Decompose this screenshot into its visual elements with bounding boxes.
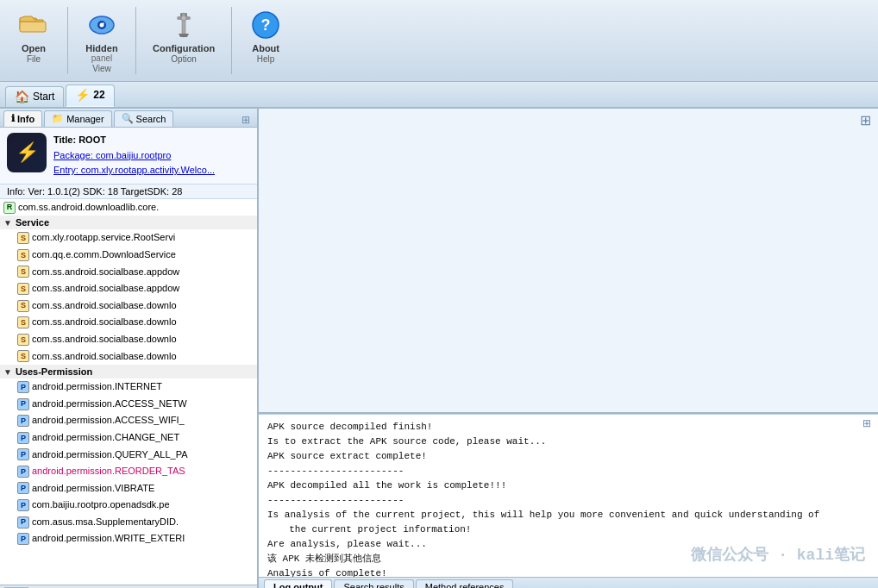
tree-item[interactable]: Scom.ss.android.socialbase.downlo [0,348,257,366]
tree-item[interactable]: Pandroid.permission.VIBRATE [0,480,257,497]
tree-item[interactable]: Scom.qq.e.comm.DownloadService [0,247,257,264]
tree-item[interactable]: Pandroid.permission.QUERY_ALL_PA [0,447,257,464]
app-icon: ⚡ [7,133,47,172]
tree-item-text: com.ss.android.socialbase.downlo [32,298,177,314]
node-type-icon: P [17,381,29,393]
tab-22[interactable]: ⚡ 22 [66,84,114,107]
app-version: Info: Ver: 1.0.1(2) SDK: 18 TargetSDK: 2… [0,185,257,199]
panel-tabs: ℹ Info 📁 Manager 🔍 Search ⊞ [0,109,257,128]
tree-item[interactable]: Scom.ss.android.socialbase.downlo [0,314,257,331]
open-icon [16,8,51,42]
svg-point-5 [103,22,104,24]
log-line: the current project information! [267,522,869,537]
open-label: Open [22,43,46,53]
tree-item[interactable]: Pandroid.permission.WRITE_EXTERI [0,530,257,547]
node-type-icon: R [3,202,16,214]
node-type-icon: S [17,266,29,278]
tree-item-text: android.permission.VIBRATE [32,481,154,497]
app-package[interactable]: Package: com.baijiu.rootpro [53,148,250,164]
tree-section[interactable]: ▼Service [0,216,257,229]
divider-3 [231,7,232,74]
tab-start[interactable]: 🏠 Start [5,86,64,107]
home-icon: 🏠 [15,90,29,103]
tree-item-text: com.ss.android.downloadlib.core. [18,200,159,216]
app-title: Title: ROOT [53,133,250,148]
node-type-icon: S [17,283,29,295]
log-line: Analysis of complete! [267,566,869,577]
configuration-button[interactable]: Configuration Option [143,3,224,78]
hidden-panel-section: View [92,64,111,73]
tree-item[interactable]: Pcom.baijiu.rootpro.openadsdk.pe [0,497,257,514]
tree-item[interactable]: Scom.xly.rootapp.service.RootServi [0,229,257,247]
tree-section[interactable]: ▼Uses-Permission [0,365,257,378]
node-type-icon: S [17,334,29,346]
tab-22-label: 22 [93,89,104,101]
log-tab-output[interactable]: Log output [264,579,332,588]
tree-item-text: com.ss.android.socialbase.downlo [32,349,177,365]
tree-item-text: com.ss.android.socialbase.downlo [32,315,177,330]
tree-item-text: android.permission.ACCESS_WIFI_ [32,413,185,428]
tab-search[interactable]: 🔍 Search [114,110,174,127]
log-line: Is analysis of the current project, this… [267,508,869,522]
node-type-icon: S [17,316,29,328]
log-tab-method[interactable]: Method references [416,579,514,588]
about-section: Help [257,54,275,64]
about-button[interactable]: ? About Help [239,3,292,78]
svg-rect-1 [20,22,46,32]
log-tab-output-label: Log output [273,582,323,588]
log-area: ⊞ APK source decompiled finish!Is to ext… [259,414,878,588]
tree-item[interactable]: Scom.ss.android.socialbase.downlo [0,331,257,348]
wrench-icon [166,8,201,42]
tree-item[interactable]: Rcom.ss.android.downloadlib.core. [0,199,257,216]
tree-item-text: android.permission.REORDER_TAS [32,464,185,479]
divider-2 [135,7,136,74]
node-type-icon: S [17,249,29,261]
log-line: APK source decompiled finish! [267,420,869,435]
divider-1 [67,7,68,74]
tab-manager[interactable]: 📁 Manager [44,110,111,127]
node-type-icon: S [17,300,29,312]
about-label: About [252,43,279,53]
log-line: ------------------------ [267,464,869,479]
tree-item[interactable]: Pcom.asus.msa.SupplementaryDID. [0,514,257,531]
panel-expand-icon[interactable]: ⊞ [241,114,250,126]
tree-area[interactable]: Rcom.ss.android.downloadlib.core.▼Servic… [0,199,257,585]
svg-text:?: ? [261,16,271,34]
tree-item[interactable]: Pandroid.permission.ACCESS_WIFI_ [0,412,257,429]
node-type-icon: S [17,232,29,244]
svg-point-9 [181,16,186,21]
right-indicator-icon[interactable]: ⊞ [860,112,871,128]
log-content[interactable]: APK source decompiled finish!Is to extra… [259,414,878,577]
node-type-icon: P [17,516,29,529]
hidden-panel-button[interactable]: Hidden panel View [75,3,129,78]
right-top-area: ⊞ [259,109,878,414]
log-tab-method-label: Method references [425,582,505,588]
tree-item-text: android.permission.WRITE_EXTERI [32,531,185,547]
log-line: 该 APK 未检测到其他信息 [267,552,869,566]
tree-item[interactable]: Scom.ss.android.socialbase.appdow [0,264,257,281]
tree-item[interactable]: Scom.ss.android.socialbase.downlo [0,297,257,315]
log-expand-icon[interactable]: ⊞ [862,417,871,429]
tree-item[interactable]: Scom.ss.android.socialbase.appdow [0,280,257,297]
eye-icon [85,8,119,42]
tree-item[interactable]: Pandroid.permission.CHANGE_NET [0,429,257,447]
tab-info[interactable]: ℹ Info [3,110,42,127]
log-tab-search-label: Search results [343,582,404,588]
log-line: APK source extract complete! [267,449,869,464]
log-tab-search[interactable]: Search results [334,579,413,588]
configuration-section: Option [171,54,196,64]
app-entry[interactable]: Entry: com.xly.rootapp.activity.Welco... [53,163,250,178]
tree-item[interactable]: Pandroid.permission.ACCESS_NETW [0,396,257,413]
toolbar: Open File Hidden panel View Confi [0,0,878,82]
tree-item-text: android.permission.ACCESS_NETW [32,397,187,412]
tree-item-text: com.ss.android.socialbase.appdow [32,281,179,297]
tree-item[interactable]: Pandroid.permission.INTERNET [0,378,257,396]
node-type-icon: P [17,533,29,545]
about-icon: ? [248,8,283,42]
right-panel: ⊞ ⊞ APK source decompiled finish!Is to e… [259,109,878,588]
node-type-icon: P [17,466,29,478]
tree-item-text: android.permission.CHANGE_NET [32,430,179,446]
open-button[interactable]: Open File [7,3,60,78]
hscroll[interactable] [0,585,257,588]
tree-item[interactable]: Pandroid.permission.REORDER_TAS [0,463,257,480]
